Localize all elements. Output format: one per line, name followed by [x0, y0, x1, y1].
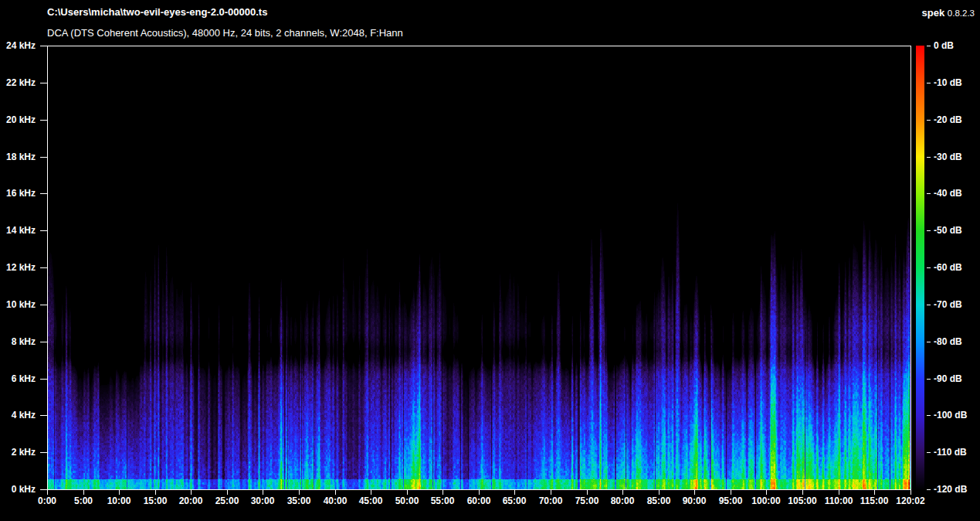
app-version: spek 0.8.2.3 — [922, 7, 975, 19]
time-axis-tick — [47, 490, 48, 495]
db-legend-label: -20 dB — [934, 114, 962, 125]
frequency-axis-tick — [40, 46, 47, 46]
db-legend-label: -60 dB — [934, 262, 962, 273]
db-legend-tick — [927, 415, 931, 416]
db-legend-label: -100 dB — [934, 410, 967, 421]
frequency-axis-tick — [40, 193, 47, 194]
frequency-axis-label: 22 kHz — [0, 77, 36, 88]
time-axis-tick — [622, 490, 623, 495]
db-legend-tick — [927, 120, 931, 121]
frequency-axis-label: 2 kHz — [0, 447, 36, 458]
frequency-axis-tick — [40, 415, 47, 416]
frequency-axis-tick — [40, 342, 47, 342]
db-legend-label: 0 dB — [934, 40, 954, 51]
time-axis-tick — [766, 490, 767, 495]
frequency-axis-tick — [40, 267, 47, 268]
spectrogram-canvas — [48, 46, 910, 489]
db-legend-tick — [927, 452, 931, 453]
frequency-axis-tick — [40, 230, 47, 231]
db-legend-label: -50 dB — [934, 225, 962, 236]
time-axis-tick — [839, 490, 839, 495]
frequency-axis-tick — [40, 452, 47, 453]
time-axis-tick — [514, 490, 515, 495]
db-legend-label: -120 dB — [934, 484, 967, 495]
frequency-axis-label: 10 kHz — [0, 299, 36, 310]
frequency-axis-label: 20 kHz — [0, 114, 36, 125]
db-legend-label: -80 dB — [934, 336, 962, 347]
time-axis-tick — [479, 490, 480, 495]
time-axis-tick — [443, 490, 443, 495]
time-axis-tick — [731, 490, 731, 495]
time-axis-tick — [874, 490, 875, 495]
stream-info: DCA (DTS Coherent Acoustics), 48000 Hz, … — [47, 27, 403, 39]
time-axis-tick — [299, 490, 300, 495]
db-legend-tick — [927, 489, 931, 490]
time-axis-tick — [371, 490, 371, 495]
time-axis-tick — [659, 490, 660, 495]
time-axis-tick — [263, 490, 263, 495]
frequency-axis-tick — [40, 157, 47, 158]
frequency-axis-label: 14 kHz — [0, 225, 36, 236]
time-axis-tick — [155, 490, 156, 495]
time-axis-tick — [83, 490, 84, 495]
time-axis-tick — [551, 490, 551, 495]
frequency-axis-tick — [40, 83, 47, 83]
time-axis-tick — [227, 490, 228, 495]
app-version-number: 0.8.2.3 — [948, 9, 975, 18]
time-axis-label: 120:02 — [886, 495, 935, 506]
db-legend-tick — [927, 379, 931, 380]
frequency-axis-label: 18 kHz — [0, 152, 36, 162]
db-gradient-bar — [916, 46, 924, 490]
time-axis-tick — [335, 490, 336, 495]
frequency-axis-tick — [40, 305, 47, 305]
db-legend-label: -110 dB — [934, 447, 967, 458]
db-legend-label: -10 dB — [934, 77, 962, 88]
frequency-axis-tick — [40, 489, 47, 490]
db-legend-tick — [927, 305, 931, 305]
frequency-axis-tick — [40, 120, 47, 121]
db-legend-tick — [927, 230, 931, 231]
app-name-label: spek — [922, 7, 945, 19]
frequency-axis-tick — [40, 379, 47, 380]
time-axis-tick — [802, 490, 803, 495]
time-axis-tick — [694, 490, 695, 495]
db-legend-label: -40 dB — [934, 188, 962, 199]
spek-window: C:\Users\micha\two-evil-eyes-eng-2.0-000… — [0, 0, 980, 521]
frequency-axis-label: 6 kHz — [0, 373, 36, 384]
time-axis-tick — [587, 490, 588, 495]
db-legend-label: -90 dB — [934, 373, 962, 384]
db-legend-tick — [927, 342, 931, 342]
file-path-title: C:\Users\micha\two-evil-eyes-eng-2.0-000… — [47, 6, 267, 18]
time-axis-tick — [910, 490, 911, 495]
time-axis-tick — [407, 490, 408, 495]
db-legend-label: -70 dB — [934, 299, 962, 310]
frequency-axis-label: 4 kHz — [0, 410, 36, 421]
db-legend-tick — [927, 193, 931, 194]
frequency-axis-label: 0 kHz — [0, 484, 36, 495]
frequency-axis-label: 16 kHz — [0, 188, 36, 199]
frequency-axis-label: 24 kHz — [0, 40, 36, 51]
db-legend-tick — [927, 83, 931, 83]
db-legend-label: -30 dB — [934, 152, 962, 162]
time-axis-tick — [191, 490, 192, 495]
spectrogram-plot — [47, 46, 911, 490]
frequency-axis-label: 12 kHz — [0, 262, 36, 273]
db-legend-tick — [927, 157, 931, 158]
frequency-axis-label: 8 kHz — [0, 336, 36, 347]
time-axis-tick — [119, 490, 120, 495]
db-legend-tick — [927, 267, 931, 268]
db-legend-tick — [927, 46, 931, 46]
